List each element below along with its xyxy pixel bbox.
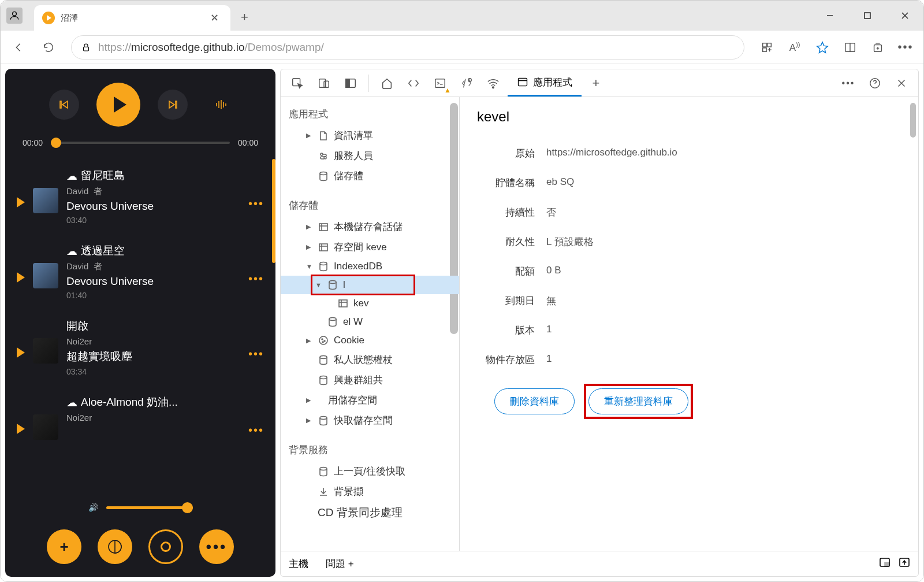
maximize-button[interactable] [848,1,886,31]
svg-point-33 [321,153,323,155]
sidebar-item-interest-groups[interactable]: 興趣群組共 [281,370,459,390]
sidebar-item-bg-sync[interactable]: CD 背景同步處理 [281,502,459,524]
track-album: ☁透過星空 [66,243,240,258]
devtools-body: 應用程式 資訊清單 服務人員 儲存體 儲存體 本機儲存會話儲 存空間 keve … [281,97,918,551]
sidebar-item-local-storage[interactable]: 本機儲存會話儲 [281,217,459,237]
browser-tab[interactable]: 沼澤 ✕ [34,5,230,31]
sidebar-item-service-workers[interactable]: 服務人員 [281,146,459,166]
refresh-database-button[interactable]: 重新整理資料庫 [588,388,688,414]
favorite-button[interactable] [810,35,834,60]
footer-problems[interactable]: 問題 + [326,557,354,570]
sidebar-item-manifest[interactable]: 資訊清單 [281,125,459,146]
track-more-button[interactable]: ••• [248,424,264,437]
sidebar-item-bg-fetch[interactable]: 背景擷 [281,481,459,502]
track-play-button[interactable] [17,272,25,283]
footer-expand-icon[interactable] [899,557,910,570]
extensions-button[interactable] [755,35,779,60]
track-artist: Noi2er [66,336,240,346]
theme-button[interactable] [98,529,132,564]
detail-value: 否 [546,206,556,219]
collections-button[interactable] [866,35,890,60]
prev-track-button[interactable] [49,90,79,120]
track-more-button[interactable]: ••• [248,272,264,286]
track-more-button[interactable]: ••• [248,347,264,361]
sidebar-item-session-storage[interactable]: 存空間 keve [281,237,459,257]
svg-rect-39 [319,244,327,251]
help-button[interactable] [863,71,887,95]
footer-dock-icon[interactable] [879,557,891,570]
track-play-button[interactable] [17,197,25,207]
settings-menu-button[interactable]: ••• [893,35,918,60]
sidebar-item-bfcache[interactable]: 上一頁/往後快取 [281,461,459,481]
add-button[interactable]: + [47,529,81,564]
refresh-button[interactable] [36,35,61,60]
devtools-more-button[interactable]: ••• [836,71,860,95]
main-scrollbar[interactable] [910,103,916,138]
sidebar-item-kev[interactable]: kev [281,294,459,313]
welcome-tab-button[interactable] [375,71,399,95]
track-play-button[interactable] [17,347,25,358]
progress-slider[interactable] [51,142,230,144]
svg-point-48 [319,336,327,344]
sources-tab-button[interactable] [454,71,479,95]
content-area: 00:00 00:00 ☁留尼旺島 David 者 Devours Univer… [1,64,923,581]
browser-toolbar: https://microsoftedge.github.io/Demos/pw… [1,31,923,64]
sidebar-item-cookies[interactable]: Cookie [281,331,459,350]
detail-row: 貯體名稱eb SQ [477,168,901,198]
close-window-button[interactable] [886,1,923,31]
read-aloud-button[interactable]: A)) [783,35,807,60]
sidebar-item-cache-storage[interactable]: 快取儲存空間 [281,410,459,431]
device-toggle-button[interactable] [312,71,336,95]
detail-value: L 預設嚴格 [546,235,594,249]
track-item[interactable]: ☁留尼旺島 David 者 Devours Universe 03:40 ••• [11,159,270,234]
track-item[interactable]: ☁透過星空 David 者 Devours Universe 01:40 ••• [11,234,270,309]
track-item[interactable]: ☁Aloe-Almond 奶油... Noi2er ••• [11,385,270,449]
record-button[interactable] [148,529,183,564]
svg-point-53 [320,376,327,379]
sidebar-scrollbar[interactable] [450,103,458,334]
svg-point-0 [13,12,17,16]
volume-icon[interactable]: 🔊 [88,503,98,512]
new-tab-button[interactable]: + [230,10,259,25]
dock-side-button[interactable] [338,71,363,95]
detail-key: 貯體名稱 [477,176,546,190]
minimize-button[interactable] [811,1,848,31]
split-screen-button[interactable] [838,35,862,60]
sidebar-item-db-l[interactable]: l [281,276,459,294]
sidebar-item-storage[interactable]: 儲存體 [281,166,459,186]
network-tab-button[interactable] [481,71,505,95]
address-bar[interactable]: https://microsoftedge.github.io/Demos/pw… [71,35,744,60]
track-play-button[interactable] [17,424,25,434]
detail-rows: 原始https://microsoftedge.github.io貯體名稱eb … [477,139,901,375]
more-button[interactable]: ••• [199,529,234,564]
profile-avatar[interactable] [6,8,23,24]
elements-tab-button[interactable] [401,71,426,95]
tab-close-button[interactable]: ✕ [207,12,222,24]
svg-rect-22 [324,81,329,87]
application-tab[interactable]: 應用程式 [508,70,582,97]
sidebar-item-el-w[interactable]: el W [281,313,459,331]
track-item[interactable]: 開啟 Noi2er 超越實境吸塵 03:34 ••• [11,309,270,385]
svg-rect-7 [767,43,771,46]
devtools-close-button[interactable] [889,71,914,95]
sidebar-item-private-state[interactable]: 私人狀態權杖 [281,350,459,370]
volume-slider[interactable] [106,506,193,509]
detail-value: 1 [546,324,552,337]
sidebar-item-indexeddb[interactable]: IndexedDB [281,257,459,276]
visualizer-icon[interactable] [211,94,232,115]
volume-row: 🔊 [5,498,275,520]
track-more-button[interactable]: ••• [248,197,264,210]
next-track-button[interactable] [158,90,188,120]
svg-rect-12 [60,101,61,108]
back-button[interactable] [6,35,31,60]
svg-rect-6 [763,43,766,46]
play-button[interactable] [96,83,140,127]
playlist-scrollbar[interactable] [272,159,275,263]
console-tab-button[interactable]: ▲ [428,71,452,95]
delete-database-button[interactable]: 刪除資料庫 [494,388,575,414]
footer-main[interactable]: 主機 [289,557,308,570]
add-tab-button[interactable]: + [584,71,608,95]
sidebar-item-usage-storage[interactable]: 用儲存空間 [281,390,459,410]
inspect-button[interactable] [285,71,310,95]
tab-title: 沼澤 [61,13,201,24]
